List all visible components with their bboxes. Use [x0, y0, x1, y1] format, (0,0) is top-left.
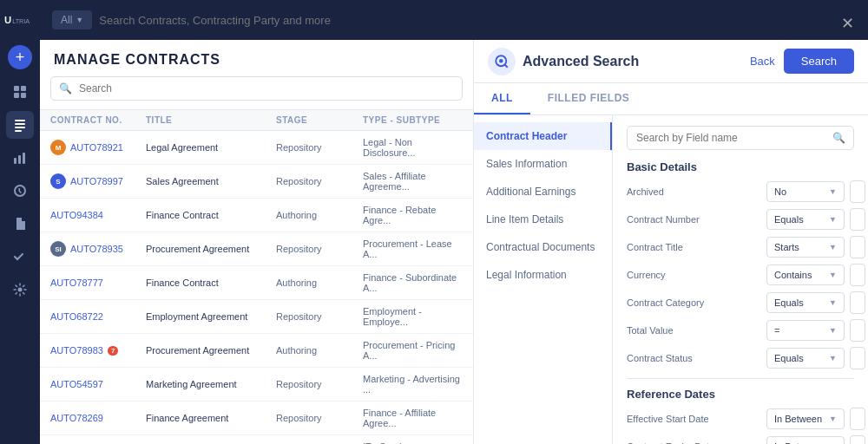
- contract-title-cell: Procurement Agreement: [146, 345, 276, 356]
- dashboard-nav-icon[interactable]: [6, 78, 34, 106]
- field-label: Currency: [627, 270, 761, 280]
- contracts-nav-icon[interactable]: [6, 111, 34, 139]
- contract-no-cell: S AUTO78997: [50, 173, 146, 189]
- search-icon: 🔍: [59, 82, 72, 95]
- contract-title-cell: Legal Agreement: [146, 142, 276, 153]
- contract-stage-cell: Repository: [276, 379, 363, 389]
- operator-value: Contains: [774, 270, 812, 280]
- reports-nav-icon[interactable]: [6, 177, 34, 205]
- contracts-table-body: M AUTO78921 Legal Agreement Repository L…: [40, 131, 473, 444]
- field-label: Total Value: [627, 325, 761, 336]
- adv-nav-item[interactable]: Sales Information: [474, 150, 612, 178]
- documents-nav-icon[interactable]: [6, 210, 34, 238]
- table-row[interactable]: M AUTO78921 Legal Agreement Repository L…: [40, 131, 473, 165]
- basic-details-section-title: Basic Details: [627, 160, 854, 173]
- table-row[interactable]: AUTO78777 Finance Contract Authoring Fin…: [40, 266, 473, 300]
- contract-stage-cell: Repository: [276, 413, 363, 423]
- field-value-input[interactable]: [850, 180, 865, 203]
- field-value-input[interactable]: [850, 408, 865, 430]
- contract-no-cell: AUTO68722: [50, 311, 146, 322]
- advanced-search-icon: [488, 48, 516, 75]
- chevron-down-icon: ▼: [829, 326, 837, 335]
- avatar: SI: [50, 241, 66, 257]
- table-row[interactable]: AUTO78983 7 Procurement Agreement Author…: [40, 334, 473, 368]
- table-row[interactable]: AUTO94384 Finance Contract Authoring Fin…: [40, 199, 473, 232]
- field-operator-select[interactable]: Equals ▼: [766, 209, 845, 230]
- adv-nav-item[interactable]: Legal Information: [474, 261, 612, 289]
- field-value-input[interactable]: [850, 347, 865, 369]
- contract-stage-cell: Repository: [276, 244, 363, 254]
- tasks-nav-icon[interactable]: [6, 243, 34, 271]
- table-row[interactable]: AUTO54597 Marketing Agreement Repository…: [40, 368, 473, 402]
- adv-tabs: ALLFILLED FIELDS: [474, 83, 868, 115]
- contract-no-cell: AUTO94384: [50, 210, 146, 220]
- field-search-bar: 🔍: [627, 126, 854, 150]
- field-operator-select[interactable]: = ▼: [766, 320, 845, 341]
- contract-no-cell: AUTO78983 7: [50, 345, 146, 356]
- analytics-nav-icon[interactable]: [6, 144, 34, 172]
- field-value-input[interactable]: [850, 319, 865, 342]
- table-row[interactable]: AUTO85648 IT Services Agreement Reposito…: [40, 435, 473, 444]
- adv-fields-area: 🔍 Basic Details Archived No ▼ Contract N…: [613, 115, 868, 444]
- adv-nav-item[interactable]: Line Item Details: [474, 206, 612, 233]
- table-row[interactable]: AUTO68722 Employment Agreement Repositor…: [40, 300, 473, 334]
- contract-type-cell: Employment - Employe...: [363, 306, 463, 327]
- field-search-input[interactable]: [627, 126, 854, 150]
- advanced-search-title: Advanced Search: [523, 54, 639, 69]
- contract-number: AUTO68722: [50, 311, 103, 322]
- operator-value: Equals: [774, 297, 804, 308]
- field-operator-select[interactable]: In Between ▼: [766, 436, 845, 444]
- contract-type-cell: Finance - Rebate Agre...: [363, 205, 463, 225]
- field-operator-select[interactable]: Equals ▼: [766, 292, 845, 313]
- contract-type-cell: Sales - Affiliate Agreeme...: [363, 171, 463, 192]
- contract-stage-cell: Repository: [276, 311, 363, 322]
- field-value-input[interactable]: [850, 236, 865, 258]
- field-operator-select[interactable]: In Between ▼: [766, 408, 845, 429]
- adv-nav-item[interactable]: Contract Header: [474, 122, 612, 150]
- svg-text:U: U: [4, 15, 11, 25]
- filter-all-label: All: [61, 14, 72, 26]
- field-value-input[interactable]: [850, 435, 865, 444]
- contract-number: AUTO78997: [70, 176, 123, 186]
- topbar: All ▼: [40, 0, 868, 40]
- contract-search-input[interactable]: [50, 76, 463, 101]
- table-row[interactable]: S AUTO78997 Sales Agreement Repository S…: [40, 165, 473, 199]
- add-button[interactable]: +: [8, 45, 32, 69]
- adv-tab[interactable]: FILLED FIELDS: [530, 83, 648, 114]
- adv-nav-item[interactable]: Contractual Documents: [474, 233, 612, 261]
- contract-type-cell: Marketing - Advertising ...: [363, 374, 463, 395]
- field-operator-select[interactable]: Equals ▼: [766, 348, 845, 369]
- field-value-input[interactable]: [850, 264, 865, 286]
- field-search-icon: 🔍: [832, 132, 845, 144]
- operator-value: Equals: [774, 353, 804, 363]
- field-operator-select[interactable]: No ▼: [766, 181, 845, 202]
- contract-type-cell: Procurement - Lease A...: [363, 238, 463, 259]
- operator-value: Starts: [774, 242, 799, 252]
- contract-search-bar: 🔍: [50, 76, 463, 101]
- chevron-down-icon: ▼: [829, 215, 837, 224]
- global-search-input[interactable]: [99, 14, 856, 27]
- adv-tab[interactable]: ALL: [474, 83, 530, 114]
- field-value-input[interactable]: [850, 208, 865, 231]
- adv-nav-item[interactable]: Additional Earnings: [474, 178, 612, 206]
- settings-nav-icon[interactable]: [6, 276, 34, 304]
- back-button[interactable]: Back: [750, 55, 775, 68]
- contract-number: AUTO94384: [50, 210, 103, 220]
- advanced-search-panel: Advanced Search Back Search ✕ ALLFILLED …: [474, 40, 868, 444]
- field-row: Contract Status Equals ▼: [627, 347, 854, 369]
- chevron-down-icon: ▼: [829, 187, 837, 196]
- avatar: M: [50, 140, 66, 155]
- contract-number: AUTO78269: [50, 413, 103, 423]
- contract-no-cell: AUTO78269: [50, 413, 146, 423]
- logo: U LTRIA: [4, 9, 36, 33]
- table-row[interactable]: AUTO78269 Finance Agreement Repository F…: [40, 402, 473, 435]
- filter-all-button[interactable]: All ▼: [52, 10, 92, 29]
- contract-stage-cell: Authoring: [276, 278, 363, 288]
- search-button[interactable]: Search: [784, 49, 854, 74]
- field-value-input[interactable]: [850, 291, 865, 314]
- field-operator-select[interactable]: Contains ▼: [766, 264, 845, 285]
- contract-no-cell: M AUTO78921: [50, 140, 146, 155]
- badge: 7: [108, 346, 118, 356]
- field-operator-select[interactable]: Starts ▼: [766, 237, 845, 258]
- table-row[interactable]: SI AUTO78935 Procurement Agreement Repos…: [40, 232, 473, 266]
